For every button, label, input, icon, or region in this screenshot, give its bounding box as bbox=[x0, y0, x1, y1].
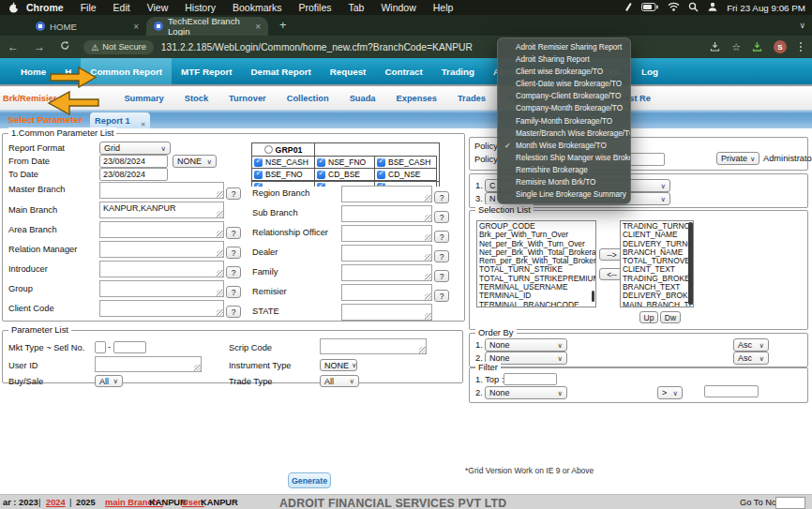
mkt-type-input[interactable] bbox=[95, 341, 106, 353]
back-button[interactable]: ← bbox=[0, 40, 26, 53]
group-help-button[interactable]: ? bbox=[226, 286, 241, 298]
filter-value-input[interactable] bbox=[704, 385, 759, 397]
filter-field-select[interactable]: None bbox=[485, 386, 567, 399]
area-branch-textarea[interactable] bbox=[99, 221, 224, 238]
selected-fields-listbox[interactable]: TRADING_TURNOVERCLIENT_NAMEDELIVERY_TURN… bbox=[620, 220, 694, 307]
report-menu-item[interactable]: Remisire Month Brk/TO bbox=[498, 176, 630, 188]
tab-overflow-chevron-icon[interactable]: ∨ bbox=[799, 21, 805, 30]
primary-nav-item[interactable]: Demat Report bbox=[241, 58, 320, 84]
browser-tab-home[interactable]: HOME × bbox=[28, 17, 146, 36]
checkbox-checked-icon[interactable] bbox=[254, 171, 263, 179]
relation-manager-help-button[interactable]: ? bbox=[226, 247, 241, 259]
order-by-dir-select-2[interactable]: Asc bbox=[733, 352, 769, 365]
sub-branch-textarea[interactable] bbox=[341, 205, 432, 222]
from-date-mode-select[interactable]: NONE bbox=[173, 155, 217, 168]
filter-operator-select[interactable]: > bbox=[657, 386, 683, 399]
area-branch-help-button[interactable]: ? bbox=[226, 227, 241, 239]
region-branch-textarea[interactable] bbox=[341, 186, 432, 202]
year-2025-link[interactable]: 2025 bbox=[76, 498, 96, 507]
order-by-field-select-1[interactable]: None bbox=[485, 338, 567, 352]
exchange-checkbox-cell[interactable]: CD_NSE bbox=[375, 169, 437, 181]
security-badge[interactable]: ⚠ Not Secure bbox=[83, 40, 154, 54]
checkbox-checked-icon[interactable] bbox=[254, 183, 263, 187]
report-format-select[interactable]: Grid bbox=[99, 142, 171, 155]
move-down-button[interactable]: Dw bbox=[660, 311, 681, 323]
client-code-help-button[interactable]: ? bbox=[226, 306, 241, 318]
available-fields-listbox[interactable]: GROUP_CODEBrk_per_With_Turn_OverNet_per_… bbox=[476, 220, 596, 307]
battery-icon[interactable] bbox=[641, 2, 659, 13]
address-url[interactable]: 131.2.2.185/WebLogin/Common/home_new.cfm… bbox=[161, 42, 473, 52]
save-download-icon[interactable] bbox=[710, 38, 720, 55]
wifi-icon[interactable] bbox=[668, 2, 680, 13]
client-code-textarea[interactable] bbox=[99, 300, 224, 317]
primary-nav-item[interactable]: Log bbox=[632, 58, 668, 84]
primary-nav-item[interactable]: Contract bbox=[375, 58, 431, 84]
report-menu-item[interactable]: Client wise Brokerage/TO bbox=[498, 66, 630, 78]
listbox-scrollbar[interactable] bbox=[688, 222, 693, 305]
relationship-officer-textarea[interactable] bbox=[341, 225, 432, 242]
report-tab-close-icon[interactable]: × bbox=[141, 120, 145, 128]
dealer-help-button[interactable]: ? bbox=[434, 250, 449, 262]
macos-menu-item[interactable]: Window bbox=[372, 2, 424, 13]
techexcel-tab-close-icon[interactable]: × bbox=[255, 22, 261, 32]
exchange-checkbox-cell[interactable]: NSE_FNO bbox=[315, 157, 375, 169]
listbox-option[interactable]: TERMINAL_BRANCHCODE bbox=[479, 301, 595, 307]
forward-button[interactable]: → bbox=[26, 40, 53, 53]
checkbox-checked-icon[interactable] bbox=[317, 158, 325, 167]
family-help-button[interactable]: ? bbox=[434, 270, 449, 282]
sub-branch-help-button[interactable]: ? bbox=[434, 211, 449, 223]
report-menu-item[interactable]: Remishire Brokerage bbox=[498, 164, 630, 176]
primary-nav-item[interactable]: Request bbox=[321, 58, 376, 84]
buy-sale-select[interactable]: All bbox=[95, 375, 123, 387]
macos-menu-item[interactable]: Tab bbox=[339, 2, 372, 13]
secondary-nav-item[interactable]: Suada bbox=[339, 94, 386, 103]
report-menu-item[interactable]: Family-Month Brokerage/TO bbox=[498, 114, 630, 127]
reload-button[interactable] bbox=[53, 40, 78, 53]
new-tab-button[interactable]: + bbox=[279, 18, 287, 34]
secondary-nav-item[interactable]: Turnover bbox=[218, 94, 277, 103]
macos-menu-item[interactable]: Help bbox=[425, 2, 462, 13]
apple-icon[interactable] bbox=[8, 2, 19, 14]
generate-button[interactable]: Generate bbox=[288, 472, 331, 488]
spotlight-search-icon[interactable] bbox=[688, 2, 699, 14]
goto-input[interactable] bbox=[775, 497, 805, 509]
exchange-checkbox-cell[interactable]: NSE_CASH bbox=[252, 157, 315, 169]
setl-no-input[interactable] bbox=[113, 341, 146, 353]
secondary-nav-item[interactable]: Collection bbox=[277, 94, 339, 103]
exchange-checkbox-cell[interactable]: BSE_FNO bbox=[252, 169, 315, 181]
browser-tab-techexcel[interactable]: TechExcel Branch Login × bbox=[146, 17, 268, 36]
year-2024-link[interactable]: 2024 bbox=[46, 498, 66, 507]
checkbox-checked-icon[interactable] bbox=[317, 183, 325, 187]
checkbox-checked-icon[interactable] bbox=[377, 171, 385, 179]
from-date-input[interactable]: 23/08/2024 bbox=[99, 155, 168, 168]
remisier-textarea[interactable] bbox=[341, 284, 432, 301]
move-up-button[interactable]: Up bbox=[639, 311, 658, 323]
report-menu-item[interactable]: Company-Client Brokerage/TO bbox=[498, 90, 630, 102]
macos-menu-item[interactable]: Chrome bbox=[19, 2, 72, 13]
introducer-textarea[interactable] bbox=[99, 261, 224, 277]
secondary-nav-item[interactable]: Stock bbox=[174, 94, 218, 103]
checkbox-checked-icon[interactable] bbox=[317, 171, 325, 179]
relationship-officer-help-button[interactable]: ? bbox=[434, 231, 449, 243]
macos-menu-item[interactable]: Bookmarks bbox=[224, 2, 291, 13]
report-menu-item[interactable]: Single Line Brokerage Summary bbox=[498, 188, 630, 201]
secondary-nav-item[interactable]: Expenses bbox=[386, 94, 447, 103]
secondary-nav-item[interactable]: Trades bbox=[447, 94, 496, 103]
master-branch-help-button[interactable]: ? bbox=[226, 187, 241, 200]
region-branch-help-button[interactable]: ? bbox=[434, 191, 449, 203]
report-menu-item[interactable]: Master/Branch Wise Brokerage/TO bbox=[498, 127, 630, 140]
report-menu-item[interactable]: Relestion Ship Manger wise Brokerage bbox=[498, 152, 630, 164]
report-menu-item[interactable]: Client-Date wise Brokerage/TO bbox=[498, 78, 630, 90]
to-date-input[interactable]: 23/08/2024 bbox=[99, 168, 168, 181]
introducer-help-button[interactable]: ? bbox=[226, 266, 241, 278]
user-id-textarea[interactable] bbox=[95, 356, 202, 372]
dealer-textarea[interactable] bbox=[341, 245, 432, 262]
macos-menu-item[interactable]: History bbox=[176, 2, 224, 13]
report-menu-item[interactable]: Adroit Remisier Sharing Report bbox=[498, 41, 630, 53]
group-radio[interactable] bbox=[264, 145, 273, 154]
stylus-icon[interactable] bbox=[624, 2, 633, 14]
macos-menu-item[interactable]: File bbox=[72, 2, 105, 13]
master-branch-textarea[interactable] bbox=[99, 182, 224, 199]
exchange-checkbox-cell[interactable]: BSE_CASH bbox=[375, 157, 437, 169]
exchange-checkbox-cell[interactable]: CD_BSE bbox=[315, 169, 375, 181]
